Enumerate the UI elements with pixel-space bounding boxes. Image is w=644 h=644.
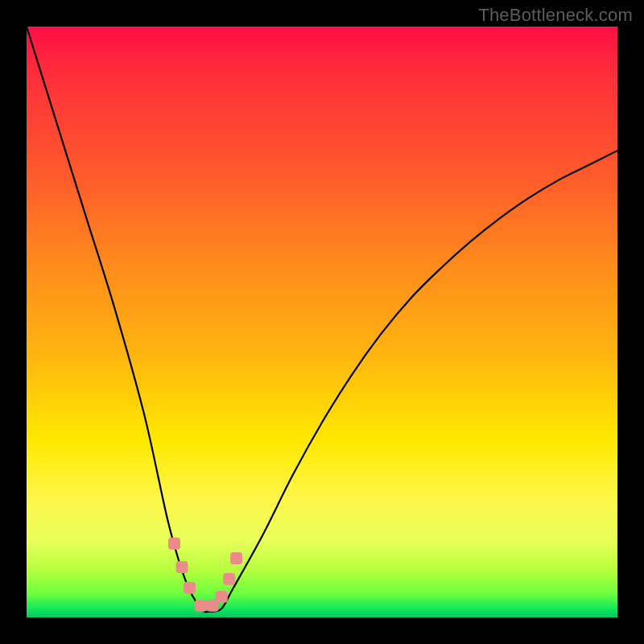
watermark-text: TheBottleneck.com (0, 5, 644, 26)
chart-frame: TheBottleneck.com (0, 0, 644, 644)
gradient-plot-area (27, 27, 617, 617)
